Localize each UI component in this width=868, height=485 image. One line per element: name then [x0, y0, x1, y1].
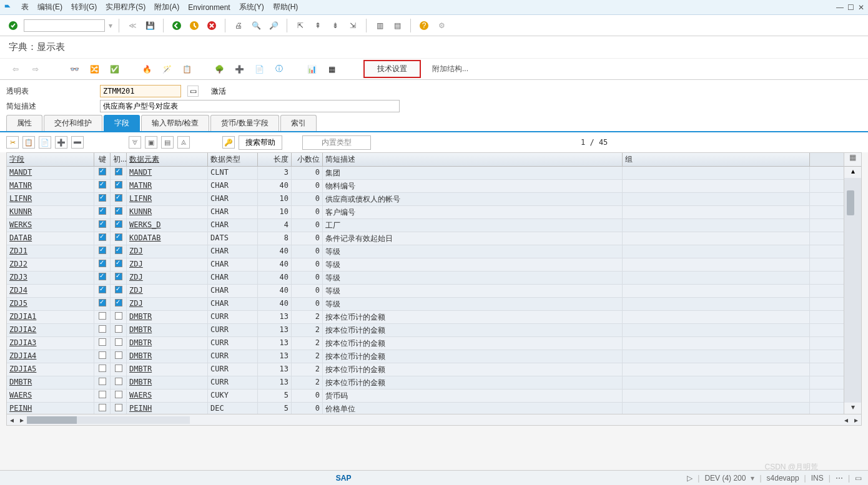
cell-init[interactable] — [111, 193, 127, 205]
cell-init[interactable] — [111, 298, 127, 310]
cell-key[interactable] — [94, 206, 111, 218]
cell-key[interactable] — [94, 167, 111, 179]
cell-element[interactable]: LIFNR — [127, 193, 208, 205]
menu-utilities[interactable]: 实用程序(S) — [106, 2, 145, 12]
table-row[interactable]: ZDJ5ZDJCHAR400等级 — [7, 298, 844, 311]
col-field[interactable]: 字段 — [7, 153, 94, 166]
expand-icon[interactable]: ▤ — [161, 136, 174, 149]
doc-icon[interactable]: 📄 — [252, 62, 266, 76]
cell-init[interactable] — [111, 167, 127, 179]
cell-key[interactable] — [94, 324, 111, 336]
cell-field[interactable]: ZDJ1 — [7, 245, 94, 258]
cell-init[interactable] — [111, 258, 127, 271]
cell-element[interactable]: WAERS — [127, 389, 208, 402]
tab-fields[interactable]: 字段 — [104, 115, 140, 131]
cell-field[interactable]: ZDJIA4 — [7, 350, 94, 363]
menu-environment[interactable]: Environment — [188, 3, 230, 12]
cell-key[interactable] — [94, 180, 111, 192]
builtin-type-button[interactable]: 内置类型 — [302, 135, 371, 150]
status-expand-icon[interactable]: ▷ — [687, 474, 693, 483]
customize-icon[interactable]: ⚙ — [435, 19, 448, 32]
cut-icon[interactable]: ✂ — [6, 136, 19, 149]
hierarchy-icon[interactable]: 🌳 — [212, 62, 226, 76]
cell-init[interactable] — [111, 219, 127, 232]
cell-init[interactable] — [111, 285, 127, 297]
find-icon[interactable]: 🔍 — [249, 19, 263, 32]
append-icon[interactable]: ➕ — [232, 62, 246, 76]
prev-page-icon[interactable]: ⇞ — [311, 19, 325, 32]
table-row[interactable]: MANDTMANDTCLNT30集团 — [7, 167, 844, 180]
value-help-icon[interactable]: ▭ — [187, 86, 199, 97]
cell-field[interactable]: ZDJIA3 — [7, 337, 94, 350]
col-key[interactable]: 键 — [94, 153, 111, 166]
dropdown-icon[interactable]: ▾ — [109, 21, 112, 30]
col-init[interactable]: 初... — [111, 153, 127, 166]
grid-hscroll[interactable]: ◂ ▸ ◂ ▸ — [6, 414, 862, 426]
cell-key[interactable] — [94, 363, 111, 376]
cell-element[interactable]: ZDJ — [127, 298, 208, 310]
cell-key[interactable] — [94, 285, 111, 297]
cell-element[interactable]: KODATAB — [127, 232, 208, 245]
maximize-icon[interactable]: ☐ — [847, 3, 854, 12]
cell-init[interactable] — [111, 403, 127, 414]
cell-key[interactable] — [94, 311, 111, 323]
table-row[interactable]: DMBTRDMBTRCURR132按本位币计的金额 — [7, 376, 844, 389]
check-icon[interactable]: ✅ — [107, 62, 121, 76]
table-row[interactable]: ZDJIA3DMBTRCURR132按本位币计的金额 — [7, 337, 844, 350]
collapse-all-icon[interactable]: ⩓ — [177, 136, 190, 149]
cell-field[interactable]: PEINH — [7, 403, 94, 414]
technical-settings-button[interactable]: 技术设置 — [363, 60, 421, 78]
cell-element[interactable]: PEINH — [127, 403, 208, 414]
table-row[interactable]: PEINHPEINHDEC50价格单位 — [7, 403, 844, 414]
cell-key[interactable] — [94, 193, 111, 205]
cell-init[interactable] — [111, 324, 127, 336]
key-icon[interactable]: 🔑 — [222, 136, 235, 149]
nav-back-icon[interactable]: ⇦ — [9, 62, 22, 76]
col-decimals[interactable]: 小数位 — [292, 153, 323, 166]
cell-key[interactable] — [94, 350, 111, 363]
table-row[interactable]: ZDJIA2DMBTRCURR132按本位币计的金额 — [7, 324, 844, 337]
scroll-right2-icon[interactable]: ▸ — [851, 416, 861, 424]
col-group[interactable]: 组 — [623, 153, 810, 166]
shortcut-icon[interactable]: ▤ — [390, 19, 404, 32]
close-icon[interactable]: ✕ — [858, 3, 864, 12]
cell-key[interactable] — [94, 403, 111, 414]
cell-key[interactable] — [94, 258, 111, 271]
cell-element[interactable]: WERKS_D — [127, 219, 208, 232]
cell-field[interactable]: DMBTR — [7, 376, 94, 389]
other-object-icon[interactable]: 🔀 — [87, 62, 101, 76]
menu-system[interactable]: 系统(Y) — [239, 2, 264, 12]
cell-element[interactable]: DMBTR — [127, 324, 208, 336]
save-icon[interactable]: 💾 — [143, 19, 157, 32]
table-row[interactable]: ZDJ3ZDJCHAR400等级 — [7, 272, 844, 285]
scroll-left2-icon[interactable]: ◂ — [841, 416, 851, 424]
menu-edit[interactable]: 编辑(E) — [37, 2, 62, 12]
delete-icon[interactable]: ➖ — [71, 136, 84, 149]
where-used-icon[interactable]: 🪄 — [160, 62, 174, 76]
menu-help[interactable]: 帮助(H) — [273, 2, 298, 12]
cell-element[interactable]: DMBTR — [127, 376, 208, 389]
last-page-icon[interactable]: ⇲ — [346, 19, 360, 32]
nav-forward-icon[interactable]: ⇨ — [29, 62, 42, 76]
table-row[interactable]: WAERSWAERSCUKY50货币码 — [7, 389, 844, 403]
cell-init[interactable] — [111, 363, 127, 376]
display-change-icon[interactable]: 👓 — [67, 62, 81, 76]
first-page-icon[interactable]: ⇱ — [293, 19, 307, 32]
status-more-icon[interactable]: ⋯ — [836, 474, 843, 483]
col-desc[interactable]: 简短描述 — [323, 153, 623, 166]
graphic-icon[interactable]: 📊 — [305, 62, 318, 76]
cell-init[interactable] — [111, 245, 127, 258]
back-double-icon[interactable]: ≪ — [126, 19, 139, 32]
cell-key[interactable] — [94, 272, 111, 284]
cell-field[interactable]: ZDJ2 — [7, 258, 94, 271]
cell-element[interactable]: MANDT — [127, 167, 208, 179]
col-length[interactable]: 长度 — [258, 153, 292, 166]
table-row[interactable]: WERKSWERKS_DCHAR40工厂 — [7, 219, 844, 232]
cell-element[interactable]: KUNNR — [127, 206, 208, 218]
enter-icon[interactable] — [6, 19, 20, 32]
tab-currency[interactable]: 货币/数量字段 — [210, 115, 279, 131]
cell-init[interactable] — [111, 311, 127, 323]
table-icon[interactable]: ▦ — [325, 62, 338, 76]
table-row[interactable]: ZDJ1ZDJCHAR400等级 — [7, 245, 844, 258]
cell-field[interactable]: ZDJIA2 — [7, 324, 94, 336]
